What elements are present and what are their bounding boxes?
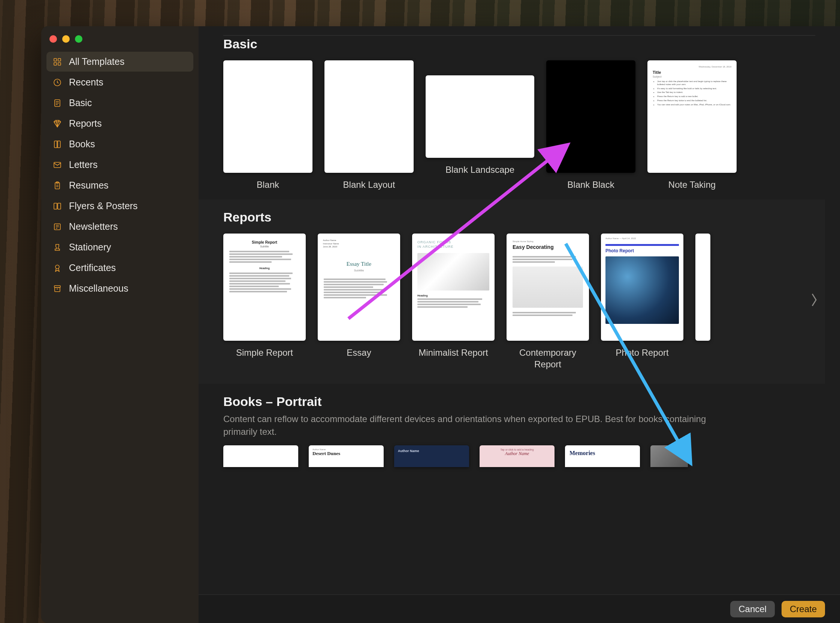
mock-subtitle: Subtitle — [229, 245, 300, 248]
section-description: Content can reflow to accommodate differ… — [223, 413, 710, 439]
template-thumbnail: Author Name Instructor Name June 28, 202… — [318, 233, 400, 341]
template-photo-report[interactable]: Author Name — April 14, 2022 Photo Repor… — [601, 233, 683, 358]
clock-icon — [52, 78, 62, 87]
template-overflow[interactable] — [695, 233, 710, 341]
cancel-button[interactable]: Cancel — [730, 601, 775, 617]
template-label: Blank Landscape — [445, 164, 514, 175]
template-label: Contemporary Report — [506, 347, 589, 370]
template-blank-layout[interactable]: Blank Layout — [324, 60, 414, 190]
sidebar-item-label: Newsletters — [69, 221, 118, 232]
sidebar-item-basic[interactable]: Basic — [46, 93, 193, 113]
template-thumbnail — [650, 445, 688, 467]
template-thumbnail — [223, 60, 312, 173]
mock-heading: Heading — [229, 267, 300, 270]
section-title: Basic — [223, 37, 825, 51]
template-blank-landscape[interactable]: Blank Landscape — [425, 60, 534, 175]
template-thumbnail — [223, 445, 298, 467]
template-note-taking[interactable]: Wednesday, December 18, 2019 Title Subje… — [647, 60, 737, 190]
svg-rect-3 — [58, 63, 61, 65]
sidebar-item-label: Stationery — [69, 242, 111, 253]
template-book-photo[interactable] — [650, 445, 688, 467]
template-thumbnail: ORGANIC FORMS IN ARCHITECTURE Heading — [412, 233, 494, 341]
template-book-author-dark[interactable]: Author Name — [394, 445, 469, 467]
sidebar-item-label: Flyers & Posters — [69, 201, 138, 212]
sidebar-item-label: Basic — [69, 97, 92, 108]
sidebar-item-label: Reports — [69, 118, 102, 129]
template-thumbnail: Memories — [565, 445, 640, 467]
sidebar-item-label: All Templates — [69, 56, 124, 67]
mock-title: Desert Dunes — [312, 451, 380, 457]
template-book-memories[interactable]: Memories — [565, 445, 640, 467]
sidebar-item-stationery[interactable]: Stationery — [46, 237, 193, 257]
sidebar-item-certificates[interactable]: Certificates — [46, 258, 193, 278]
mock-bullets: Just tap or click the placeholder text a… — [657, 80, 731, 106]
template-blank-black[interactable]: Blank Black — [546, 60, 635, 190]
section-title: Books – Portrait — [223, 394, 825, 409]
template-thumbnail — [546, 60, 635, 173]
sidebar-item-label: Letters — [69, 159, 97, 170]
sidebar-item-label: Miscellaneous — [69, 283, 128, 294]
mock-title: Simple Report — [229, 240, 300, 244]
clipboard-icon — [52, 181, 62, 190]
mock-heading: Heading — [418, 294, 489, 297]
template-thumbnail — [695, 233, 710, 341]
sidebar-item-newsletters[interactable]: Newsletters — [46, 217, 193, 236]
mock-author: Author Name — [323, 239, 395, 242]
template-label: Note Taking — [669, 179, 716, 190]
template-contemporary-report[interactable]: Simple Home Styling Easy Decorating Cont… — [506, 233, 589, 370]
minimize-window-button[interactable] — [62, 35, 70, 43]
svg-point-12 — [55, 265, 59, 269]
sidebar-item-recents[interactable]: Recents — [46, 72, 193, 92]
section-title: Reports — [223, 210, 825, 224]
grid-icon — [52, 57, 62, 67]
template-thumbnail: Author Name Desert Dunes — [309, 445, 384, 467]
mock-tag: Simple Home Styling — [513, 240, 583, 242]
template-essay[interactable]: Author Name Instructor Name June 28, 202… — [318, 233, 400, 358]
close-window-button[interactable] — [49, 35, 57, 43]
template-thumbnail: Simple Home Styling Easy Decorating — [506, 233, 589, 341]
envelope-icon — [52, 160, 62, 170]
template-book-blank[interactable] — [223, 445, 298, 467]
sidebar-item-all-templates[interactable]: All Templates — [46, 52, 193, 72]
template-label: Simple Report — [236, 347, 293, 358]
section-books-portrait: Books – Portrait Content can reflow to a… — [199, 384, 825, 470]
template-thumbnail: Author Name — [394, 445, 469, 467]
template-simple-report[interactable]: Simple Report Subtitle Heading Simple — [223, 233, 306, 358]
template-book-heading[interactable]: Tap or click to add a heading Author Nam… — [480, 445, 554, 467]
template-label: Blank Layout — [343, 179, 395, 190]
mock-tag: ORGANIC FORMS — [418, 240, 489, 245]
scroll-right-button[interactable] — [806, 287, 821, 313]
sidebar-item-flyers-posters[interactable]: Flyers & Posters — [46, 196, 193, 216]
template-label: Essay — [347, 347, 371, 358]
template-thumbnail: Wednesday, December 18, 2019 Title Subje… — [647, 60, 737, 173]
template-label: Photo Report — [615, 347, 669, 358]
book-icon — [52, 140, 62, 149]
template-minimalist-report[interactable]: ORGANIC FORMS IN ARCHITECTURE Heading Mi… — [412, 233, 494, 358]
mock-hint: Tap or click to add a heading — [483, 448, 551, 451]
template-thumbnail: Tap or click to add a heading Author Nam… — [480, 445, 554, 467]
sidebar-item-label: Certificates — [69, 262, 116, 273]
svg-rect-6 — [54, 162, 61, 167]
template-label: Minimalist Report — [419, 347, 488, 358]
template-chooser-window: All Templates Recents Basic Reports — [41, 26, 840, 623]
fullscreen-window-button[interactable] — [75, 35, 83, 43]
template-book-desert-dunes[interactable]: Author Name Desert Dunes — [309, 445, 384, 467]
mock-subject: Subject — [653, 75, 731, 78]
mock-author: Author Name — [398, 449, 465, 453]
sidebar-item-resumes[interactable]: Resumes — [46, 175, 193, 195]
sidebar-item-reports[interactable]: Reports — [46, 114, 193, 134]
sidebar-item-letters[interactable]: Letters — [46, 155, 193, 175]
mock-byline: Author Name — April 14, 2022 — [601, 233, 683, 239]
svg-rect-2 — [54, 63, 57, 65]
sidebar-item-books[interactable]: Books — [46, 134, 193, 154]
sidebar-item-miscellaneous[interactable]: Miscellaneous — [46, 279, 193, 298]
template-blank[interactable]: Blank — [223, 60, 312, 190]
create-button[interactable]: Create — [782, 601, 825, 617]
template-row-basic: Blank Blank Layout Blank Landscape Blank… — [223, 54, 825, 193]
template-scroll-area[interactable]: Basic Blank Blank Layout Blank Landscape — [199, 26, 840, 594]
stamp-icon — [52, 242, 62, 252]
mock-author: Author Name — [483, 451, 551, 457]
mock-instructor: Instructor Name — [323, 242, 395, 245]
sidebar-item-label: Resumes — [69, 180, 109, 191]
template-thumbnail — [425, 75, 534, 158]
